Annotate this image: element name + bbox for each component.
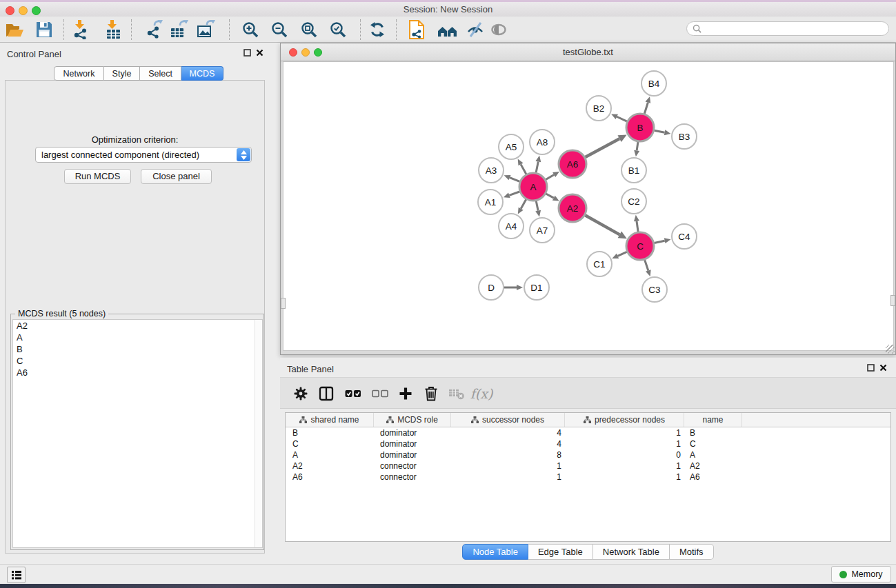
- optimization-criterion-label: Optimization criterion:: [6, 134, 264, 145]
- graph-node-label: C1: [593, 259, 605, 270]
- column-header-predecessor-nodes[interactable]: predecessor nodes: [565, 413, 684, 427]
- table-row[interactable]: A2 connector 1 1 A2: [286, 460, 890, 472]
- cell: dominator: [374, 428, 451, 438]
- houses-icon[interactable]: [437, 19, 459, 41]
- app-window: Session: New Session: [0, 0, 896, 588]
- minimize-window-button[interactable]: [19, 6, 28, 15]
- zoom-fit-icon[interactable]: [298, 19, 320, 41]
- mcds-result-groupbox: MCDS result (5 nodes) A2 A B C A6: [10, 314, 264, 550]
- select-all-columns-icon[interactable]: [344, 385, 363, 403]
- cell: A2: [286, 461, 374, 471]
- right-edge-grip[interactable]: [890, 295, 895, 306]
- export-table-icon[interactable]: [168, 19, 190, 41]
- table-options-gear-icon[interactable]: [291, 385, 310, 403]
- minimize-view-button[interactable]: [301, 48, 310, 57]
- main-toolbar: [0, 17, 896, 43]
- float-panel-icon[interactable]: [867, 364, 875, 372]
- save-session-icon[interactable]: [33, 19, 55, 41]
- close-panel-button[interactable]: Close panel: [141, 169, 212, 184]
- run-mcds-button[interactable]: Run MCDS: [64, 169, 131, 184]
- delete-column-trash-icon[interactable]: [421, 385, 441, 403]
- graph-node-label: A8: [537, 137, 548, 148]
- criterion-dropdown[interactable]: largest connected component (directed): [35, 147, 252, 163]
- cell: connector: [374, 472, 451, 482]
- left-edge-grip[interactable]: [281, 298, 286, 309]
- cell: 1: [565, 461, 684, 471]
- table-row[interactable]: C dominator 4 1 C: [286, 438, 890, 449]
- network-graph[interactable]: AA1A3A5A8A4A7A6A2BB2B4B3B1CC2C4C1C3DD1: [283, 61, 894, 351]
- close-panel-icon[interactable]: [256, 49, 263, 57]
- zoom-view-button[interactable]: [314, 48, 322, 57]
- deselect-all-columns-icon[interactable]: [370, 385, 390, 403]
- mcds-result-list[interactable]: A2 A B C A6: [12, 319, 263, 548]
- open-session-icon[interactable]: [3, 19, 26, 41]
- mcds-result-title: MCDS result (5 nodes): [15, 309, 108, 318]
- float-panel-icon[interactable]: [243, 49, 251, 57]
- cell: A6: [684, 472, 742, 482]
- apply-layout-icon[interactable]: [366, 19, 388, 41]
- close-view-button[interactable]: [289, 48, 297, 57]
- graph-node-label: B: [637, 123, 643, 133]
- column-type-icon: [584, 416, 591, 423]
- delete-table-icon[interactable]: [447, 385, 466, 403]
- memory-status-icon: [839, 571, 847, 578]
- list-item[interactable]: A2: [13, 320, 262, 332]
- table-header-row: shared name MCDS role successor nodes pr…: [286, 413, 890, 427]
- column-header-mcds-role[interactable]: MCDS role: [374, 413, 451, 427]
- table-row[interactable]: B dominator 4 1 B: [286, 427, 890, 438]
- resize-grip[interactable]: [886, 345, 895, 354]
- export-network-icon[interactable]: [143, 19, 166, 41]
- cell: A2: [684, 461, 742, 471]
- tab-mcds[interactable]: MCDS: [181, 66, 223, 81]
- new-network-from-selection-icon[interactable]: [406, 19, 428, 41]
- list-item[interactable]: A: [13, 332, 262, 343]
- cell: C: [286, 439, 374, 449]
- tab-motifs[interactable]: Motifs: [670, 544, 714, 560]
- tab-edge-table[interactable]: Edge Table: [528, 544, 593, 560]
- import-network-icon[interactable]: [70, 19, 92, 41]
- network-window-title: testGlobe.txt: [281, 43, 895, 61]
- table-row[interactable]: A dominator 8 0 A: [286, 449, 890, 460]
- create-column-plus-icon[interactable]: [396, 385, 415, 403]
- list-item[interactable]: C: [13, 355, 262, 367]
- split-table-columns-icon[interactable]: [317, 385, 336, 403]
- memory-button[interactable]: Memory: [831, 566, 891, 582]
- zoom-in-icon[interactable]: [239, 19, 261, 41]
- hide-graphics-details-icon[interactable]: [464, 19, 486, 41]
- close-window-button[interactable]: [6, 6, 14, 15]
- function-builder-fx[interactable]: f(x): [472, 385, 491, 403]
- tab-network[interactable]: Network: [54, 66, 104, 81]
- cell: A: [286, 450, 374, 460]
- cell: B: [286, 428, 374, 438]
- close-panel-icon[interactable]: [879, 364, 887, 372]
- tab-node-table[interactable]: Node Table: [462, 544, 528, 560]
- table-panel: Table Panel: [280, 358, 896, 560]
- toolbar-separator: [396, 19, 397, 40]
- column-header-successor-nodes[interactable]: successor nodes: [451, 413, 565, 427]
- list-scrollbar[interactable]: [255, 320, 262, 547]
- cell: 1: [451, 472, 565, 482]
- graph-node-label: C3: [648, 285, 660, 295]
- search-field[interactable]: [686, 21, 889, 36]
- table-row[interactable]: A6 connector 1 1 A6: [286, 472, 890, 483]
- tab-network-table[interactable]: Network Table: [593, 544, 670, 560]
- search-input[interactable]: [701, 24, 883, 34]
- tab-style[interactable]: Style: [104, 66, 140, 81]
- show-eye-icon[interactable]: [488, 19, 510, 41]
- zoom-window-button[interactable]: [32, 6, 41, 15]
- list-item[interactable]: B: [13, 343, 262, 355]
- list-item[interactable]: A6: [13, 367, 262, 378]
- column-header-shared-name[interactable]: shared name: [286, 413, 374, 427]
- zoom-selected-icon[interactable]: [327, 19, 349, 41]
- export-image-icon[interactable]: [195, 19, 217, 41]
- desktop-background: [0, 584, 896, 588]
- cell: 0: [565, 450, 684, 460]
- zoom-out-icon[interactable]: [268, 19, 290, 41]
- network-window-titlebar[interactable]: testGlobe.txt: [281, 43, 895, 61]
- column-header-name[interactable]: name: [684, 413, 742, 427]
- cell: 4: [451, 428, 565, 438]
- tab-select[interactable]: Select: [140, 66, 181, 81]
- control-panel-title: Control Panel: [7, 49, 61, 59]
- show-tasks-button[interactable]: [7, 567, 26, 583]
- import-table-icon[interactable]: [102, 19, 124, 41]
